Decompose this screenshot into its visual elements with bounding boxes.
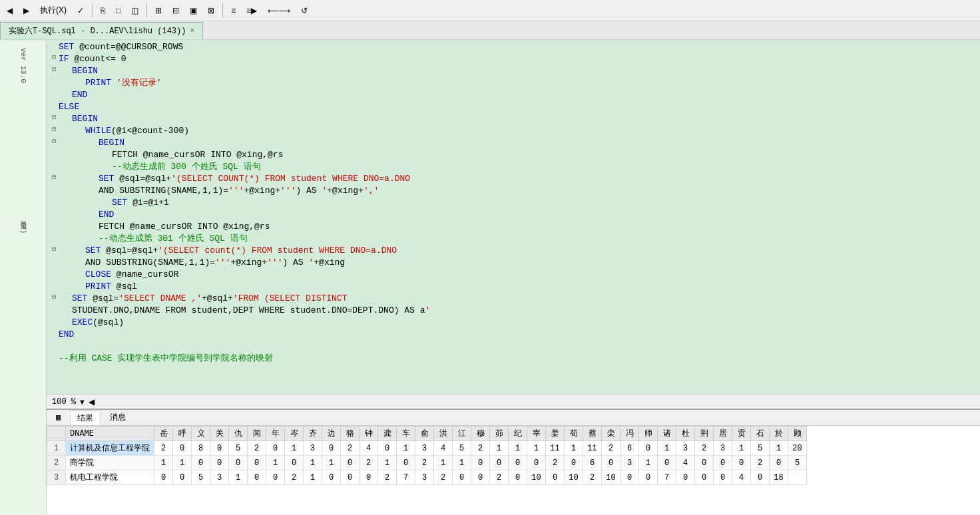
cell-value: 0 bbox=[509, 456, 527, 470]
cell-value: 0 bbox=[527, 456, 546, 470]
cell-value: 7 bbox=[658, 470, 676, 485]
cell-value: 0 bbox=[602, 456, 620, 470]
fold-8[interactable]: ⊟ bbox=[49, 125, 59, 133]
col-header-hu: 呼 bbox=[173, 427, 192, 441]
code-line-1: SET @count=@@CURSOR_ROWS bbox=[47, 41, 980, 53]
forward-btn[interactable]: ▶ bbox=[19, 5, 33, 17]
check-btn[interactable]: ✓ bbox=[73, 5, 88, 17]
row-number: 2 bbox=[47, 456, 66, 470]
col-header-cai: 蔡 bbox=[583, 427, 602, 441]
code-line-9: ⊟ BEGIN bbox=[47, 137, 980, 149]
cell-value: 1 bbox=[509, 441, 527, 456]
col-header-chou: 仇 bbox=[229, 427, 248, 441]
code-panel[interactable]: SET @count=@@CURSOR_ROWS ⊟ IF @count<= 0… bbox=[47, 40, 980, 394]
cell-value: 0 bbox=[154, 470, 173, 485]
results-content[interactable]: DNAME 岳 呼 义 关 仇 闻 年 岑 齐 边 骆 钟 bbox=[47, 426, 980, 515]
cell-value: 2 bbox=[154, 441, 173, 456]
cell-value: 0 bbox=[658, 456, 676, 470]
zoom-left-arrow[interactable]: ◀ bbox=[89, 397, 95, 407]
refresh-btn[interactable]: ↺ bbox=[297, 5, 312, 17]
minus-btn[interactable]: ⊟ bbox=[168, 5, 183, 17]
cell-dname: 机电工程学院 bbox=[66, 470, 154, 485]
box-btn[interactable]: ▣ bbox=[186, 5, 201, 17]
cross-btn[interactable]: ⊠ bbox=[204, 5, 218, 17]
cell-value: 10 bbox=[602, 470, 620, 485]
code-line-6: ELSE bbox=[47, 101, 980, 113]
zoom-bar: 100 % ▼ ◀ bbox=[47, 394, 980, 409]
execute-btn[interactable]: 执行(X) bbox=[36, 3, 71, 17]
col-header-cen: 岑 bbox=[285, 427, 304, 441]
sidebar-xp-label: 量 XP) bbox=[18, 216, 28, 234]
cell-value: 7 bbox=[397, 470, 415, 485]
cell-value: 3 bbox=[415, 470, 434, 485]
split-btn[interactable]: ◫ bbox=[127, 5, 142, 17]
col-header-jiang2: 姜 bbox=[546, 427, 565, 441]
cell-value: 1 bbox=[732, 441, 751, 456]
cell-value: 8 bbox=[192, 441, 210, 456]
cell-value: 4 bbox=[434, 441, 453, 456]
cell-value: 2 bbox=[751, 456, 770, 470]
align-btn[interactable]: ≡ bbox=[227, 5, 240, 17]
cell-value: 2 bbox=[285, 470, 304, 485]
cell-value: 1 bbox=[173, 456, 192, 470]
cell-value: 0 bbox=[471, 456, 490, 470]
code-line-24: EXEC(@sql) bbox=[47, 317, 980, 329]
col-header-yu: 俞 bbox=[415, 427, 434, 441]
tab-bar: 实验六T-SQL.sql - D...AEV\lishu (143)) × bbox=[0, 21, 980, 40]
cell-value: 1 bbox=[639, 456, 658, 470]
arrow-btn[interactable]: ⟵⟶ bbox=[264, 5, 294, 17]
cell-value: 6 bbox=[583, 456, 602, 470]
copy-btn[interactable]: ⎘ bbox=[97, 5, 109, 17]
table-row: 3机电工程学院005310021000273200201001021000700… bbox=[47, 470, 807, 485]
row-number: 1 bbox=[47, 441, 66, 456]
grid-btn[interactable]: ⊞ bbox=[151, 5, 166, 17]
cell-value: 10 bbox=[527, 470, 546, 485]
table-row: 1计算机及信息工程学院20805201302401345211111111260… bbox=[47, 441, 807, 456]
col-header-mao: 茆 bbox=[490, 427, 509, 441]
cell-value: 0 bbox=[378, 441, 397, 456]
cell-value: 0 bbox=[620, 470, 639, 485]
fold-9[interactable]: ⊟ bbox=[49, 137, 59, 145]
col-header-luan: 栾 bbox=[602, 427, 620, 441]
cell-dname: 商学院 bbox=[66, 456, 154, 470]
code-line-3: ⊟ BEGIN bbox=[47, 65, 980, 77]
cell-value: 11 bbox=[546, 441, 565, 456]
cell-value: 0 bbox=[285, 456, 304, 470]
cell-value: 2 bbox=[546, 456, 565, 470]
tab-close-btn[interactable]: × bbox=[190, 27, 194, 35]
cell-value: 0 bbox=[453, 470, 471, 485]
cell-value: 4 bbox=[676, 456, 695, 470]
code-line-27: --利用 CASE 实现学生表中学院编号到学院名称的映射 bbox=[47, 353, 980, 365]
cell-value: 5 bbox=[229, 441, 248, 456]
code-line-23: STUDENT.DNO,DNAME FROM student,DEPT WHER… bbox=[47, 305, 980, 317]
fold-12[interactable]: ⊟ bbox=[49, 173, 59, 181]
back-btn[interactable]: ◀ bbox=[3, 5, 17, 17]
fold-18[interactable]: ⊟ bbox=[49, 245, 59, 253]
editor-area: SET @count=@@CURSOR_ROWS ⊟ IF @count<= 0… bbox=[47, 40, 980, 515]
zoom-dropdown[interactable]: ▼ bbox=[79, 398, 86, 406]
cell-value: 2 bbox=[415, 456, 434, 470]
code-line-25: END bbox=[47, 329, 980, 341]
fold-2[interactable]: ⊟ bbox=[49, 53, 59, 61]
col-header-gu: 顾 bbox=[788, 427, 807, 441]
editor-tab[interactable]: 实验六T-SQL.sql - D...AEV\lishu (143)) × bbox=[0, 22, 203, 39]
sq-btn[interactable]: □ bbox=[112, 5, 124, 17]
code-line-2: ⊟ IF @count<= 0 bbox=[47, 53, 980, 65]
cell-value: 0 bbox=[173, 441, 192, 456]
cell-value: 0 bbox=[714, 470, 732, 485]
fold-7[interactable]: ⊟ bbox=[49, 113, 59, 121]
results-tabs: ▦ 结果 消息 bbox=[47, 410, 980, 426]
code-line-19: AND SUBSTRING(SNAME,1,1)='''+@xing+''') … bbox=[47, 257, 980, 269]
results-tab-messages[interactable]: 消息 bbox=[103, 411, 132, 425]
col-header-jiang: 江 bbox=[453, 427, 471, 441]
cell-value: 20 bbox=[788, 441, 807, 456]
col-header-nian: 年 bbox=[266, 427, 285, 441]
cell-value: 5 bbox=[788, 456, 807, 470]
col-header-empty bbox=[47, 427, 66, 441]
fold-22[interactable]: ⊟ bbox=[49, 293, 59, 301]
align2-btn[interactable]: ≡▶ bbox=[242, 5, 261, 17]
col-header-che: 车 bbox=[397, 427, 415, 441]
fold-3[interactable]: ⊟ bbox=[49, 65, 59, 73]
cell-value: 0 bbox=[695, 470, 714, 485]
results-tab-results[interactable]: 结果 bbox=[70, 411, 101, 425]
